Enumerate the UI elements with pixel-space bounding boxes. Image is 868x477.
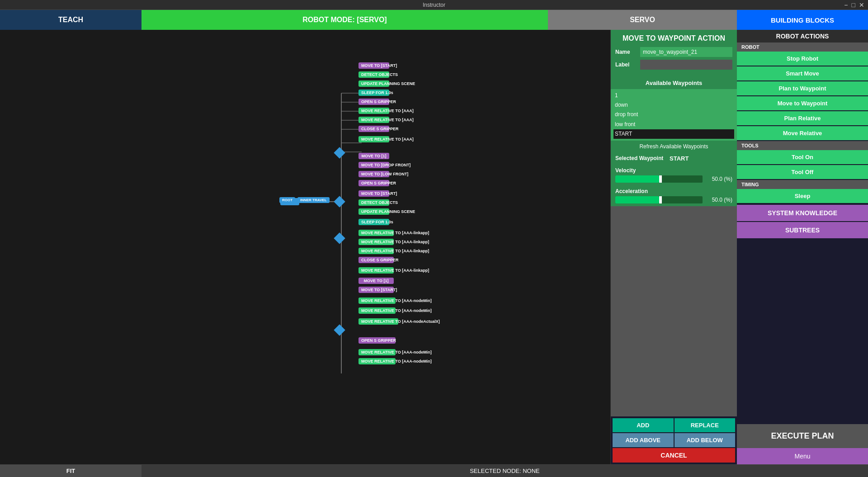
name-input[interactable]: [640, 47, 732, 57]
servo-button[interactable]: SERVO: [548, 10, 737, 30]
node-update-2[interactable]: UPDATE PLANNING SCENE: [359, 208, 389, 215]
building-blocks-button[interactable]: BUILDING BLOCKS: [737, 10, 868, 30]
velocity-row: Velocity 50.0 (%): [611, 165, 737, 185]
waypoint-form: MOVE TO WAYPOINT ACTION Name Label: [611, 30, 737, 77]
acceleration-value: 50.0 (%): [705, 197, 732, 203]
node-move-start-3[interactable]: MOVE TO [START]: [359, 287, 394, 293]
execute-plan-button[interactable]: EXECUTE PLAN: [737, 424, 868, 448]
refresh-waypoints-button[interactable]: Refresh Available Waypoints: [611, 141, 737, 152]
add-above-button[interactable]: ADD ABOVE: [613, 433, 674, 447]
waypoints-list[interactable]: 1 down drop front low front START: [611, 89, 737, 141]
waypoint-item-drop-front[interactable]: drop front: [613, 110, 734, 119]
node-close-grip-2[interactable]: CLOSE S GRIPPER: [359, 257, 394, 263]
node-move-2[interactable]: MOVE TO [1]: [359, 278, 394, 284]
waypoint-action-panel: MOVE TO WAYPOINT ACTION Name Label Avail…: [610, 30, 737, 464]
plan-relative-button[interactable]: Plan Relative: [737, 111, 868, 125]
node-move-rel-7[interactable]: MOVE RELATIVE TO [AAA-linkapp]: [359, 267, 394, 274]
main-layout: ROOT INNER TRAVEL MOVE TO [START] DETECT…: [0, 30, 868, 464]
replace-button[interactable]: REPLACE: [675, 418, 736, 432]
acceleration-slider-track[interactable]: [615, 196, 703, 203]
tool-off-button[interactable]: Tool Off: [737, 165, 868, 179]
acceleration-slider-thumb[interactable]: [659, 196, 662, 203]
inner-travel-node[interactable]: INNER TRAVEL: [297, 197, 330, 203]
menu-button[interactable]: Menu: [737, 448, 868, 464]
add-below-button[interactable]: ADD BELOW: [675, 433, 736, 447]
subtrees-button[interactable]: SUBTREES: [737, 222, 868, 238]
node-move-rel-9[interactable]: MOVE RELATIVE TO [AAA-nodeMin]: [359, 307, 396, 314]
node-move-rel-10[interactable]: MOVE RELATIVE TO [AAA-nodeActualX]: [359, 318, 398, 325]
waypoint-item-down[interactable]: down: [613, 100, 734, 110]
available-waypoints-title: Available Waypoints: [611, 77, 737, 89]
node-open-grip-3[interactable]: OPEN S GRIPPER: [359, 337, 396, 344]
node-open-grip-2[interactable]: OPEN S GRIPPER: [359, 180, 389, 186]
acceleration-slider-fill: [615, 196, 659, 203]
node-move-rel-12[interactable]: MOVE RELATIVE TO [AAA-nodeMin]: [359, 358, 396, 364]
velocity-slider-thumb[interactable]: [659, 175, 662, 183]
robot-mode-display: ROBOT MODE: [SERVO]: [142, 10, 548, 30]
node-move-rel-6[interactable]: MOVE RELATIVE TO [AAA-linkapp]: [359, 248, 394, 254]
node-move-1[interactable]: MOVE TO [1]: [359, 153, 389, 159]
cancel-button[interactable]: CANCEL: [613, 448, 735, 463]
window-controls[interactable]: − □ ✕: [844, 1, 864, 9]
selected-waypoint-value: START: [670, 155, 689, 162]
system-knowledge-button[interactable]: SYSTEM KNOWLEDGE: [737, 205, 868, 221]
node-move-rel-8[interactable]: MOVE RELATIVE TO [AAA-nodeMin]: [359, 298, 396, 304]
node-move-rel-1[interactable]: MOVE RELATIVE TO [AAA]: [359, 108, 389, 114]
node-move-rel-11[interactable]: MOVE RELATIVE TO [AAA-nodeMin]: [359, 349, 396, 355]
sleep-button[interactable]: Sleep: [737, 189, 868, 203]
node-move-rel-3[interactable]: MOVE RELATIVE TO [AAA]: [359, 136, 389, 142]
diamond-main[interactable]: [334, 196, 345, 207]
add-button[interactable]: ADD: [613, 418, 674, 432]
node-move-rel-4[interactable]: MOVE RELATIVE TO [AAA-linkapp]: [359, 230, 394, 236]
move-to-waypoint-button[interactable]: Move to Waypoint: [737, 96, 868, 110]
diamond-mid[interactable]: [334, 232, 345, 244]
root-node[interactable]: ROOT: [279, 197, 295, 203]
node-close-grip-1[interactable]: CLOSE S GRIPPER: [359, 126, 389, 132]
move-relative-button[interactable]: Move Relative: [737, 126, 868, 140]
node-sleep-1[interactable]: SLEEP FOR 1.0s: [359, 90, 389, 96]
velocity-slider-track[interactable]: [615, 175, 703, 183]
stop-robot-button[interactable]: Stop Robot: [737, 52, 868, 66]
plan-to-waypoint-button[interactable]: Plan to Waypoint: [737, 81, 868, 95]
node-move-rel-5[interactable]: MOVE RELATIVE TO [AAA-linkapp]: [359, 239, 394, 245]
node-move-start-1[interactable]: MOVE TO [START]: [359, 62, 389, 69]
selected-waypoint-label: Selected Waypoint: [615, 155, 670, 161]
name-row: Name: [615, 47, 732, 57]
velocity-slider-container: 50.0 (%): [615, 175, 732, 183]
diamond-top[interactable]: [334, 147, 345, 158]
panel-spacer: [611, 206, 737, 416]
node-detect-2[interactable]: DETECT OBJECTS: [359, 199, 389, 206]
node-move-low[interactable]: MOVE TO [LOW FRONT]: [359, 171, 389, 177]
node-move-drop[interactable]: MOVE TO [DROP FRONT]: [359, 162, 389, 168]
teach-button[interactable]: TEACH: [0, 10, 142, 30]
node-detect-1[interactable]: DETECT OBJECTS: [359, 71, 389, 78]
velocity-slider-fill: [615, 175, 659, 183]
title-bar: Instructor − □ ✕: [0, 0, 868, 10]
node-open-grip-1[interactable]: OPEN S GRIPPER: [359, 99, 389, 105]
diamond-bot[interactable]: [334, 324, 345, 335]
action-buttons: ADD REPLACE ADD ABOVE ADD BELOW CANCEL: [611, 416, 737, 464]
waypoint-item-low-front[interactable]: low front: [613, 120, 734, 129]
waypoint-item-1[interactable]: 1: [613, 91, 734, 100]
smart-move-button[interactable]: Smart Move: [737, 66, 868, 80]
name-label: Name: [615, 49, 640, 55]
node-update-1[interactable]: UPDATE PLANNING SCENE: [359, 80, 389, 87]
maximize-button[interactable]: □: [852, 1, 855, 9]
canvas-area[interactable]: ROOT INNER TRAVEL MOVE TO [START] DETECT…: [0, 30, 610, 464]
node-move-start-2[interactable]: MOVE TO [START]: [359, 190, 389, 197]
label-label: Label: [615, 61, 640, 68]
close-button[interactable]: ✕: [859, 1, 864, 9]
waypoint-item-start[interactable]: START: [613, 129, 734, 139]
top-nav: TEACH ROBOT MODE: [SERVO] SERVO BUILDING…: [0, 10, 868, 30]
node-move-rel-2[interactable]: MOVE RELATIVE TO [AAA]: [359, 117, 389, 123]
acceleration-row: Acceleration 50.0 (%): [611, 185, 737, 206]
waypoint-panel-title: MOVE TO WAYPOINT ACTION: [615, 34, 732, 43]
acceleration-slider-container: 50.0 (%): [615, 196, 732, 203]
tools-section-label: TOOLS: [737, 141, 868, 150]
minimize-button[interactable]: −: [844, 1, 848, 9]
tool-on-button[interactable]: Tool On: [737, 150, 868, 164]
velocity-label: Velocity: [615, 167, 732, 174]
node-sleep-2[interactable]: SLEEP FOR 1.0s: [359, 219, 389, 225]
label-input[interactable]: [640, 60, 732, 70]
fit-button[interactable]: FIT: [0, 465, 142, 477]
